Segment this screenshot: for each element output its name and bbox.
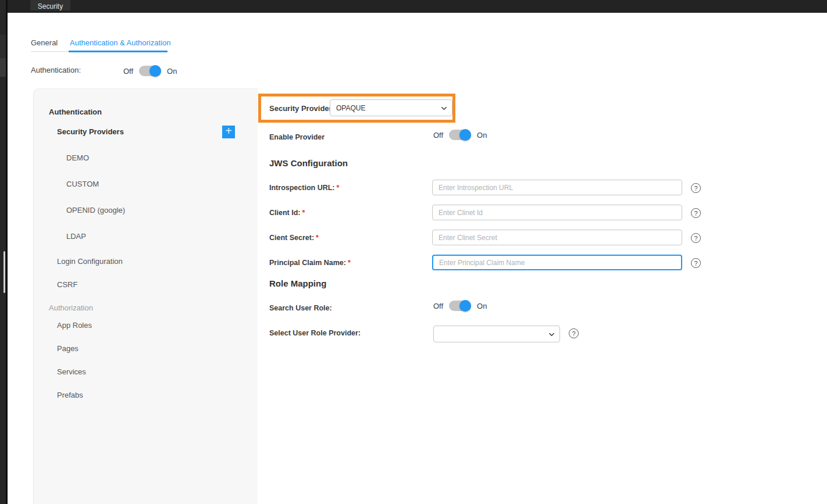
security-provider-highlight-box: Security Provider OPAQUE: [258, 94, 455, 123]
authentication-toggle: Off On: [123, 66, 177, 76]
search-user-role-switch[interactable]: [449, 301, 471, 311]
sidebar-item-login-configuration[interactable]: Login Configuration: [57, 257, 123, 266]
tab-authentication-authorization[interactable]: Authentication & Authorization: [70, 38, 170, 47]
help-icon[interactable]: ?: [691, 208, 701, 218]
sidebar-item-security-providers[interactable]: Security Providers: [57, 127, 124, 136]
client-secret-label: Cient Secret:*: [269, 234, 319, 242]
tab-baseline: [31, 51, 69, 52]
role-mapping-heading: Role Mapping: [269, 278, 326, 288]
help-icon[interactable]: ?: [691, 183, 701, 193]
left-panel-edge: [6, 0, 8, 504]
client-id-label: Client Id:*: [269, 209, 305, 217]
tab-general[interactable]: General: [31, 38, 58, 47]
principal-claim-name-label: Principal Claim Name:*: [269, 259, 351, 267]
sidebar-item-openid-google[interactable]: OPENID (google): [66, 206, 125, 215]
toggle-off-label: Off: [123, 67, 133, 76]
active-tab-underline: [69, 51, 167, 52]
sidebar-item-csrf[interactable]: CSRF: [57, 280, 77, 289]
sidebar-item-app-roles[interactable]: App Roles: [57, 321, 92, 330]
enable-provider-label: Enable Provider: [269, 133, 325, 141]
left-panel-segment: [0, 35, 6, 58]
collapsed-left-panel[interactable]: [0, 0, 8, 504]
security-provider-label: Security Provider: [269, 104, 332, 113]
topbar-tab-security[interactable]: Security: [30, 0, 70, 10]
search-user-role-toggle: Off On: [433, 301, 487, 311]
toggle-on-label: On: [477, 131, 487, 140]
chevron-down-icon: [549, 332, 554, 337]
left-panel-segment: [0, 58, 6, 77]
security-provider-value: OPAQUE: [336, 104, 365, 112]
security-nav-panel: Authentication Security Providers + DEMO…: [33, 88, 258, 504]
toggle-off-label: Off: [433, 302, 443, 310]
sidebar-item-demo[interactable]: DEMO: [66, 153, 89, 162]
principal-claim-name-input[interactable]: [432, 255, 682, 270]
jws-configuration-heading: JWS Configuration: [269, 158, 348, 168]
help-icon[interactable]: ?: [569, 328, 579, 338]
sidebar-item-services[interactable]: Services: [57, 367, 86, 376]
authentication-label: Authentication:: [31, 66, 81, 74]
toggle-off-label: Off: [433, 131, 443, 140]
toggle-on-label: On: [167, 67, 177, 76]
sidebar-item-prefabs[interactable]: Prefabs: [57, 391, 83, 399]
sidebar-item-custom[interactable]: CUSTOM: [66, 180, 99, 188]
required-asterisk: *: [316, 234, 319, 242]
required-asterisk: *: [348, 259, 351, 267]
help-icon[interactable]: ?: [691, 233, 701, 243]
sidebar-item-authentication[interactable]: Authentication: [49, 108, 102, 116]
toggle-on-label: On: [477, 302, 487, 310]
top-bar: Security: [0, 0, 827, 13]
security-provider-select[interactable]: OPAQUE: [330, 99, 452, 116]
sidebar-item-pages[interactable]: Pages: [57, 344, 79, 353]
sidebar-item-ldap[interactable]: LDAP: [66, 232, 86, 241]
select-user-role-provider-select[interactable]: [433, 326, 560, 342]
switch-knob: [459, 129, 471, 141]
add-provider-button[interactable]: +: [222, 126, 235, 138]
client-id-input[interactable]: [432, 205, 682, 220]
search-user-role-label: Search User Role:: [269, 304, 332, 312]
required-asterisk: *: [302, 209, 305, 217]
authentication-switch[interactable]: [139, 66, 161, 76]
enable-provider-switch[interactable]: [449, 130, 471, 140]
sidebar-section-authorization: Authorization: [49, 303, 93, 312]
switch-knob: [149, 65, 161, 77]
chevron-down-icon: [441, 106, 447, 111]
required-asterisk: *: [337, 184, 340, 192]
switch-knob: [459, 300, 471, 312]
client-secret-input[interactable]: [432, 230, 682, 245]
introspection-url-input[interactable]: [432, 180, 682, 195]
security-settings-page: Security General Authentication & Author…: [0, 0, 827, 504]
introspection-url-label: Introspection URL:*: [269, 184, 339, 192]
left-panel-scrollbar-thumb[interactable]: [3, 251, 5, 293]
help-icon[interactable]: ?: [691, 258, 701, 268]
enable-provider-toggle: Off On: [433, 130, 487, 140]
select-user-role-provider-label: Select User Role Provider:: [269, 329, 361, 337]
